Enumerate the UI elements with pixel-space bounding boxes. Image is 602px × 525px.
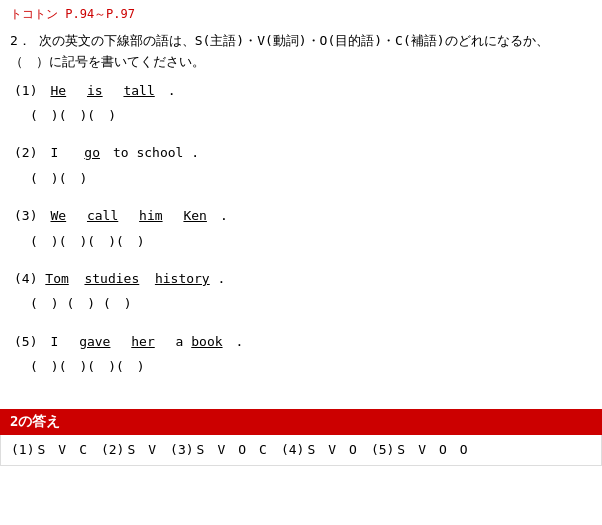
answer-section-label: 2の答え: [10, 413, 60, 429]
sentence-line-5: (5) I gave her a book .: [10, 330, 592, 353]
word-book: book: [191, 334, 222, 349]
paren-5-1: ( ): [30, 355, 59, 378]
word-he: He: [50, 83, 66, 98]
answer-row: (1) S V C (2) S V (3) S V O C (4) S V O …: [11, 441, 591, 459]
paren-2-1: ( ): [30, 167, 59, 190]
word-history: history: [155, 271, 210, 286]
word-is: is: [87, 83, 103, 98]
answer-line-4: ( ) ( ) ( ): [10, 292, 592, 315]
word-her: her: [131, 334, 154, 349]
answer-line-3: ( )( )( )( ): [10, 230, 592, 253]
answer-item-2: (2) S V: [101, 441, 156, 459]
paren-2-2: ( ): [59, 167, 88, 190]
answer-num-5: (5): [371, 442, 394, 457]
sentence-block-5: (5) I gave her a book . ( )( )( )( ): [10, 330, 592, 379]
paren-4-1: ( ): [30, 292, 59, 315]
paren-3-4: ( ): [116, 230, 145, 253]
paren-1-1: ( ): [30, 104, 59, 127]
paren-4-2: ( ): [66, 292, 95, 315]
answer-val-1: S V C: [37, 441, 86, 459]
header-title: トコトン P.94～P.97: [10, 7, 135, 21]
answer-num-1: (1): [11, 442, 34, 457]
answer-num-3: (3): [170, 442, 193, 457]
answer-content: (1) S V C (2) S V (3) S V O C (4) S V O …: [0, 435, 602, 466]
word-call: call: [87, 208, 118, 223]
word-ken: Ken: [183, 208, 206, 223]
answer-line-5: ( )( )( )( ): [10, 355, 592, 378]
answer-line-1: ( )( )( ): [10, 104, 592, 127]
sentence-block-3: (3) We call him Ken . ( )( )( )( ): [10, 204, 592, 253]
paren-3-1: ( ): [30, 230, 59, 253]
answer-num-2: (2): [101, 442, 124, 457]
answer-val-3: S V O C: [197, 441, 267, 459]
sentence-line-2: (2) I go to school .: [10, 141, 592, 164]
word-him: him: [139, 208, 162, 223]
word-tall: tall: [123, 83, 154, 98]
answer-num-4: (4): [281, 442, 304, 457]
paren-1-2: ( ): [59, 104, 88, 127]
sentence-line-4: (4) Tom studies history .: [10, 267, 592, 290]
answer-val-5: S V O O: [397, 441, 467, 459]
word-go: go: [84, 145, 100, 160]
word-tom: Tom: [45, 271, 68, 286]
paren-1-3: ( ): [87, 104, 116, 127]
answer-val-2: S V: [127, 441, 156, 459]
header: トコトン P.94～P.97: [0, 0, 602, 27]
word-gave: gave: [79, 334, 110, 349]
question-text2: （ ）に記号を書いてください。: [10, 54, 205, 69]
answer-line-2: ( )( ): [10, 167, 592, 190]
word-studies: studies: [84, 271, 139, 286]
answer-val-4: S V O: [307, 441, 356, 459]
question-number: 2．: [10, 33, 31, 48]
question-header: 2． 次の英文の下線部の語は、S(主語)・V(動詞)・O(目的語)・C(補語)の…: [10, 31, 592, 73]
sentence-line-1: (1) He is tall .: [10, 79, 592, 102]
answer-item-3: (3) S V O C: [170, 441, 267, 459]
answer-item-1: (1) S V C: [11, 441, 87, 459]
word-we: We: [50, 208, 66, 223]
sentence-line-3: (3) We call him Ken .: [10, 204, 592, 227]
main-content: 2． 次の英文の下線部の語は、S(主語)・V(動詞)・O(目的語)・C(補語)の…: [0, 27, 602, 401]
paren-4-3: ( ): [103, 292, 132, 315]
page-container: トコトン P.94～P.97 2． 次の英文の下線部の語は、S(主語)・V(動詞…: [0, 0, 602, 466]
question-text1: 次の英文の下線部の語は、S(主語)・V(動詞)・O(目的語)・C(補語)のどれに…: [39, 33, 549, 48]
answer-item-5: (5) S V O O: [371, 441, 468, 459]
sentence-block-4: (4) Tom studies history . ( ) ( ) ( ): [10, 267, 592, 316]
paren-3-2: ( ): [59, 230, 88, 253]
paren-5-2: ( ): [59, 355, 88, 378]
paren-3-3: ( ): [87, 230, 116, 253]
sentence-block-1: (1) He is tall . ( )( )( ): [10, 79, 592, 128]
paren-5-3: ( ): [87, 355, 116, 378]
paren-5-4: ( ): [116, 355, 145, 378]
sentence-block-2: (2) I go to school . ( )( ): [10, 141, 592, 190]
answer-section-header: 2の答え: [0, 409, 602, 435]
answer-item-4: (4) S V O: [281, 441, 357, 459]
